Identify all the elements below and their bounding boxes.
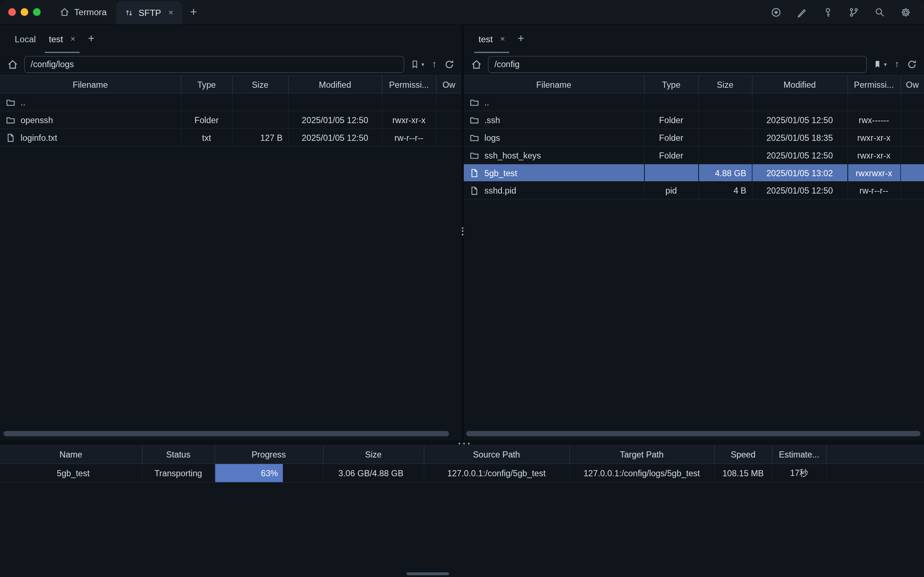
column-speed[interactable]: Speed (714, 446, 772, 464)
cell-modified: 2025/01/05 12:50 (752, 182, 847, 199)
new-window-tab-button[interactable]: + (182, 0, 205, 24)
cell-size (698, 129, 752, 146)
column-name[interactable]: Name (0, 446, 142, 464)
tab-local[interactable]: Local (8, 24, 42, 53)
cell-owner (900, 129, 924, 146)
cell-size (232, 111, 288, 129)
cell-type (181, 93, 232, 111)
file-row-openssh[interactable]: openssh Folder 2025/01/05 12:50 rwxr-xr-… (0, 111, 461, 129)
cell-permissions: rwx------ (847, 111, 900, 129)
close-icon[interactable]: ✕ (500, 35, 505, 43)
close-window-button[interactable] (8, 8, 16, 16)
cell-modified: 2025/01/05 13:02 (752, 164, 847, 182)
file-row-5gb-test-selected[interactable]: 5gb_test 4.88 GB 2025/01/05 13:02 rwxrwx… (464, 164, 924, 182)
right-path-input[interactable] (488, 56, 867, 73)
bookmark-control[interactable]: ▾ (873, 60, 887, 69)
edit-icon[interactable] (797, 7, 807, 17)
file-row-loginfo[interactable]: loginfo.txt txt 127 B 2025/01/05 12:50 r… (0, 129, 461, 146)
cell-estimate: 17秒 (772, 464, 826, 482)
transfer-splitter[interactable] (0, 440, 924, 445)
home-icon[interactable] (471, 58, 482, 70)
maximize-window-button[interactable] (33, 8, 40, 16)
close-icon[interactable]: ✕ (70, 35, 76, 43)
progress-label: 63% (261, 468, 278, 478)
tab-test-label: test (479, 34, 493, 44)
minimize-window-button[interactable] (21, 8, 28, 16)
record-icon[interactable] (771, 7, 781, 17)
right-new-tab-button[interactable]: + (512, 24, 530, 53)
left-horizontal-scrollbar[interactable] (3, 431, 449, 437)
search-icon[interactable] (874, 7, 885, 17)
bookmark-control[interactable]: ▾ (410, 60, 424, 69)
column-estimate[interactable]: Estimate... (772, 446, 826, 464)
divider-drag-handle[interactable] (462, 226, 463, 237)
filename: ssh_host_keys (484, 151, 541, 160)
file-row-ssh[interactable]: .ssh Folder 2025/01/05 12:50 rwx------ (464, 111, 924, 129)
left-path-actions: ▾ ↑ (410, 59, 454, 69)
column-type[interactable]: Type (644, 76, 698, 93)
file-row-sshd-pid[interactable]: sshd.pid pid 4 B 2025/01/05 12:50 rw-r--… (464, 182, 924, 199)
folder-icon (469, 97, 479, 107)
column-source-path[interactable]: Source Path (424, 446, 569, 464)
cell-type (644, 164, 698, 182)
cell-owner (900, 111, 924, 129)
column-filename[interactable]: Filename (0, 76, 181, 93)
cell-modified: 2025/01/05 12:50 (288, 111, 382, 129)
column-size[interactable]: Size (232, 76, 288, 93)
tab-test-right[interactable]: test ✕ (472, 24, 512, 53)
file-row-parent[interactable]: .. (464, 93, 924, 111)
plus-icon: + (518, 32, 524, 45)
column-status[interactable]: Status (142, 446, 214, 464)
parent-directory-button[interactable]: ↑ (894, 60, 899, 69)
tab-test-left[interactable]: test ✕ (42, 24, 82, 53)
column-filename[interactable]: Filename (464, 76, 644, 93)
cell-type: Folder (644, 129, 698, 146)
bottom-horizontal-scrollbar[interactable] (407, 572, 449, 575)
transfer-row[interactable]: 5gb_test Transporting 63% 3.06 GB/4.88 G… (0, 464, 924, 482)
cell-permissions: rwxrwxr-x (847, 164, 900, 182)
column-modified[interactable]: Modified (288, 76, 382, 93)
column-owner[interactable]: Ow (900, 76, 924, 93)
tab-sftp[interactable]: SFTP ✕ (116, 1, 182, 24)
column-permissions[interactable]: Permissi... (847, 76, 900, 93)
right-horizontal-scrollbar[interactable] (466, 431, 921, 437)
settings-gear-icon[interactable] (900, 7, 911, 17)
branch-icon[interactable] (848, 7, 859, 17)
column-size[interactable]: Size (323, 446, 424, 464)
cell-name: 5gb_test (0, 464, 142, 482)
left-path-input[interactable] (24, 56, 404, 73)
key-icon[interactable] (822, 7, 833, 17)
folder-icon (469, 133, 479, 142)
file-row-ssh-host-keys[interactable]: ssh_host_keys Folder 2025/01/05 12:50 rw… (464, 146, 924, 164)
file-row-logs[interactable]: logs Folder 2025/01/05 18:35 rwxr-xr-x (464, 129, 924, 146)
cell-modified: 2025/01/05 12:50 (752, 111, 847, 129)
app-home-tab[interactable]: Termora (50, 0, 116, 24)
left-new-tab-button[interactable]: + (82, 24, 100, 53)
parent-directory-button[interactable]: ↑ (432, 60, 437, 69)
close-icon[interactable]: ✕ (168, 9, 174, 16)
column-owner[interactable]: Ow (436, 76, 461, 93)
tab-test-label: test (49, 34, 63, 44)
right-path-row: ▾ ↑ (464, 53, 924, 76)
tab-local-label: Local (15, 34, 36, 44)
cell-speed: 108.15 MB (714, 464, 772, 482)
column-permissions[interactable]: Permissi... (382, 76, 436, 93)
column-modified[interactable]: Modified (752, 76, 847, 93)
file-row-parent[interactable]: .. (0, 93, 461, 111)
chevron-down-icon[interactable]: ▾ (884, 61, 887, 68)
column-target-path[interactable]: Target Path (569, 446, 714, 464)
home-icon[interactable] (7, 58, 18, 70)
column-progress[interactable]: Progress (214, 446, 323, 464)
cell-owner (436, 93, 461, 111)
bookmark-filled-icon (873, 60, 882, 69)
cell-size: 4 B (698, 182, 752, 199)
transfer-panel: Name Status Progress Size Source Path Ta… (0, 445, 924, 577)
chevron-down-icon[interactable]: ▾ (421, 61, 424, 68)
column-type[interactable]: Type (181, 76, 232, 93)
refresh-icon[interactable] (444, 59, 455, 69)
refresh-icon[interactable] (907, 59, 917, 69)
sftp-split-view: Local test ✕ + ▾ ↑ (0, 24, 924, 440)
file-icon (6, 133, 15, 142)
remote-pane: test ✕ + ▾ ↑ (464, 24, 924, 440)
column-size[interactable]: Size (698, 76, 752, 93)
